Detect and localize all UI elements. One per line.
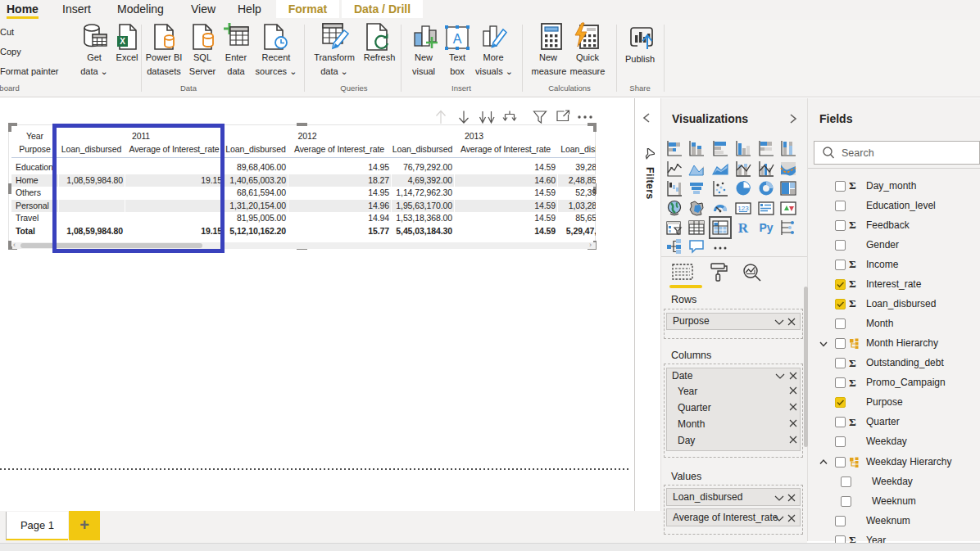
svg-text:123: 123: [737, 205, 749, 212]
svg-text:Py: Py: [759, 221, 773, 234]
svg-text:R: R: [738, 220, 749, 236]
svg-text:X: X: [120, 37, 125, 46]
svg-text:A: A: [453, 32, 462, 46]
